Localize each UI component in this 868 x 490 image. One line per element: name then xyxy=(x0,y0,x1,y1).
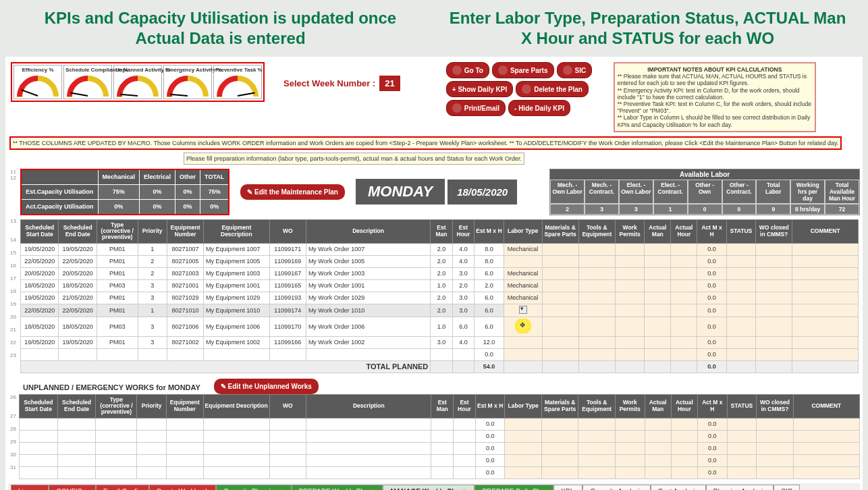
tab-config--[interactable]: CONFIG > xyxy=(49,485,96,490)
gauge-3: Emergency Activity % xyxy=(163,65,212,99)
table-row[interactable]: 19/05/202019/05/2020PM01180271007My Equi… xyxy=(21,243,859,255)
tab-create-workbook[interactable]: Create Workbook xyxy=(149,485,217,490)
gauge-0: Efficiency % xyxy=(13,65,62,99)
tab-kpis[interactable]: KPIs xyxy=(553,485,582,490)
unplanned-section-title: UNPLANNED / EMERGENCY WORKS for MONDAY xyxy=(23,383,200,391)
tab-prepare-daily-plan[interactable]: PREPARE Daily Plan xyxy=(474,485,553,490)
tab-cost-analysis[interactable]: Cost Analysis xyxy=(651,485,706,490)
delete-plan-button[interactable]: Delete the Plan xyxy=(516,81,589,97)
sheet-tabs: LicenseCONFIG >Email ConfigCreate Workbo… xyxy=(8,483,860,490)
tab-email-config[interactable]: Email Config xyxy=(96,485,149,490)
notes-title: IMPORTANT NOTES ABOUT KPI CALCULATIONS xyxy=(618,66,812,73)
tab-sic[interactable]: SIC xyxy=(774,485,800,490)
select-week-label: Select Week Number : xyxy=(283,78,375,88)
table-row[interactable]: 22/05/202022/05/2020PM01180271010My Equi… xyxy=(21,304,859,317)
search-icon xyxy=(452,65,462,75)
kpi-notes: IMPORTANT NOTES ABOUT KPI CALCULATIONS *… xyxy=(614,62,816,132)
edit-unplanned-works-button[interactable]: ✎ Edit the Unplanned Works xyxy=(214,379,319,394)
goto-button[interactable]: Go To xyxy=(446,62,489,78)
capacity-table: MechanicalElectricalOtherTOTAL Est.Capac… xyxy=(20,169,229,215)
available-labor-title: Available Labor xyxy=(550,169,859,180)
table-row[interactable]: 0.00.0 xyxy=(20,466,860,479)
tab-license[interactable]: License xyxy=(11,485,49,490)
action-buttons: Go To Spare Parts SIC + Show Daily KPI D… xyxy=(446,62,608,116)
hide-kpi-button[interactable]: - Hide Daily KPI xyxy=(508,100,570,116)
title-right: Enter Labor Type, Preparation Status, AC… xyxy=(447,8,848,49)
table-row[interactable]: 0.00.0 xyxy=(20,418,860,430)
print-icon xyxy=(452,103,462,113)
tab-prepare-weekly-plan--[interactable]: PREPARE Weekly Plan > xyxy=(292,485,383,490)
cursor-icon: ✥ xyxy=(520,321,525,329)
spare-parts-button[interactable]: Spare Parts xyxy=(492,62,554,78)
trash-icon xyxy=(522,84,531,94)
total-planned-label: TOTAL PLANNED xyxy=(21,360,431,373)
unplanned-grid[interactable]: Scheduled Start DateScheduled End DateTy… xyxy=(19,394,860,479)
table-row[interactable]: 20/05/202020/05/2020PM01280271003My Equi… xyxy=(21,267,859,279)
gauge-1: Schedule Compliance % xyxy=(63,65,112,99)
sic-button[interactable]: SIC xyxy=(557,62,593,78)
table-row[interactable]: 18/05/202018/05/2020PM03380271001My Equi… xyxy=(21,279,859,292)
week-number[interactable]: 21 xyxy=(379,76,400,91)
macro-note: ** THOSE COLUMNS ARE UPDATED BY MACRO. T… xyxy=(9,136,842,150)
gear-icon xyxy=(498,65,508,75)
dropdown-icon[interactable] xyxy=(519,306,527,314)
tab-capacity-analysis[interactable]: Capacity Analysis xyxy=(582,485,650,490)
table-row[interactable]: 0.00.0 xyxy=(21,348,859,360)
tab-manage-weekly-plan--[interactable]: MANAGE Weekly Plan > xyxy=(383,485,474,490)
day-title: MONDAY xyxy=(356,179,445,205)
gauge-2: Unplanned Activity % xyxy=(113,65,162,99)
fill-note: Please fill preparation information (lab… xyxy=(184,153,524,165)
table-row[interactable]: 19/05/202021/05/2020PM01380271029My Equi… xyxy=(21,292,859,304)
show-kpi-button[interactable]: + Show Daily KPI xyxy=(446,81,513,97)
tab-planning-analysis[interactable]: Planning Analysis xyxy=(706,485,774,490)
kpi-gauges: Efficiency %Schedule Compliance %Unplann… xyxy=(11,62,265,102)
total-act-value: 0.0 xyxy=(697,360,726,373)
table-row[interactable]: 22/05/202022/05/2020PM01280271005My Equi… xyxy=(21,255,859,267)
table-row[interactable]: 0.00.0 xyxy=(20,442,860,454)
tab-capacity-planning--[interactable]: Capacity Planning > xyxy=(216,485,291,490)
gauge-4: Preventive Task % xyxy=(213,65,262,99)
available-labor: Available Labor Mech. -Own LaborMech. - … xyxy=(549,169,860,215)
table-row[interactable]: 19/05/202019/05/2020PM01380271002My Equi… xyxy=(21,336,859,348)
print-email-button[interactable]: Print/Email xyxy=(446,100,506,116)
edit-maintenance-plan-button[interactable]: ✎ Edit the Maintenance Plan xyxy=(240,184,345,200)
table-row[interactable]: 18/05/202018/05/2020PM03380271006My Equi… xyxy=(21,317,859,336)
work-order-grid[interactable]: Scheduled Start DateScheduled End DateTy… xyxy=(20,219,859,373)
day-date: 18/05/2020 xyxy=(447,180,517,205)
total-planned-value: 54.0 xyxy=(474,360,504,373)
table-row[interactable]: 0.00.0 xyxy=(20,454,860,466)
table-row[interactable]: 0.00.0 xyxy=(20,430,860,442)
title-left: KPIs and Capacity Utilisation is updated… xyxy=(20,8,421,49)
worksheet: Efficiency %Schedule Compliance %Unplann… xyxy=(5,57,863,490)
row-num: 1112 xyxy=(8,169,18,215)
list-icon xyxy=(563,65,572,75)
